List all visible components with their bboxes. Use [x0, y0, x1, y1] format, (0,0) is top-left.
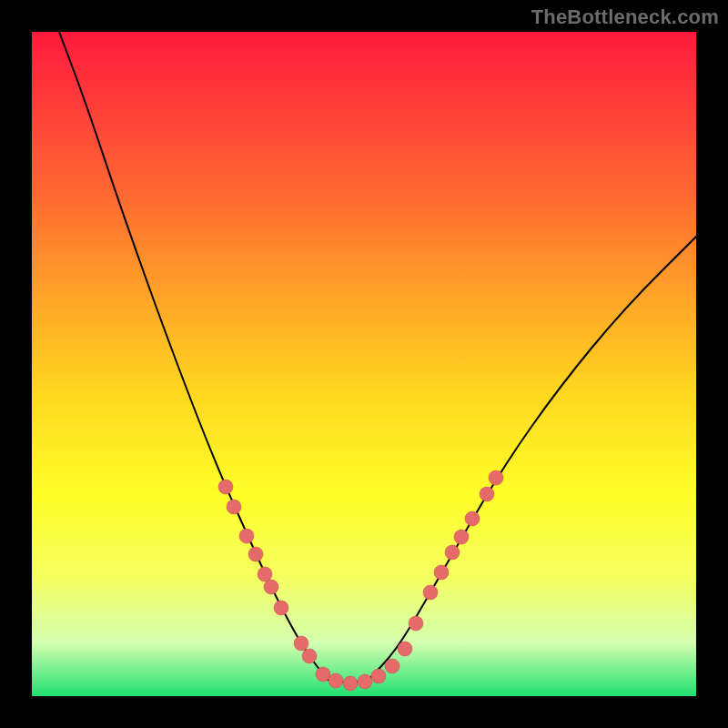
- data-bead: [227, 500, 241, 514]
- chart-svg: [32, 32, 696, 696]
- data-bead: [294, 636, 308, 651]
- bead-group: [218, 470, 503, 691]
- data-bead: [423, 585, 438, 600]
- data-bead: [371, 669, 386, 683]
- data-bead: [434, 565, 449, 580]
- data-bead: [343, 676, 358, 691]
- plot-area: [32, 32, 696, 696]
- data-bead: [274, 601, 288, 615]
- data-bead: [445, 545, 460, 560]
- chart-frame: TheBottleneck.com: [0, 0, 728, 728]
- data-bead: [329, 673, 343, 688]
- data-bead: [358, 674, 372, 689]
- data-bead: [316, 667, 330, 682]
- data-bead: [264, 580, 278, 594]
- data-bead: [248, 547, 263, 561]
- data-bead: [480, 487, 494, 501]
- data-bead: [454, 530, 469, 544]
- data-bead: [489, 470, 503, 485]
- data-bead: [398, 642, 412, 656]
- data-bead: [239, 529, 254, 543]
- data-bead: [465, 511, 480, 526]
- watermark-text: TheBottleneck.com: [531, 5, 719, 29]
- data-bead: [385, 659, 399, 673]
- data-bead: [302, 649, 317, 663]
- data-bead: [218, 480, 233, 494]
- data-bead: [409, 616, 423, 631]
- curve-right: [369, 237, 696, 680]
- data-bead: [258, 567, 272, 581]
- curve-left: [59, 32, 328, 680]
